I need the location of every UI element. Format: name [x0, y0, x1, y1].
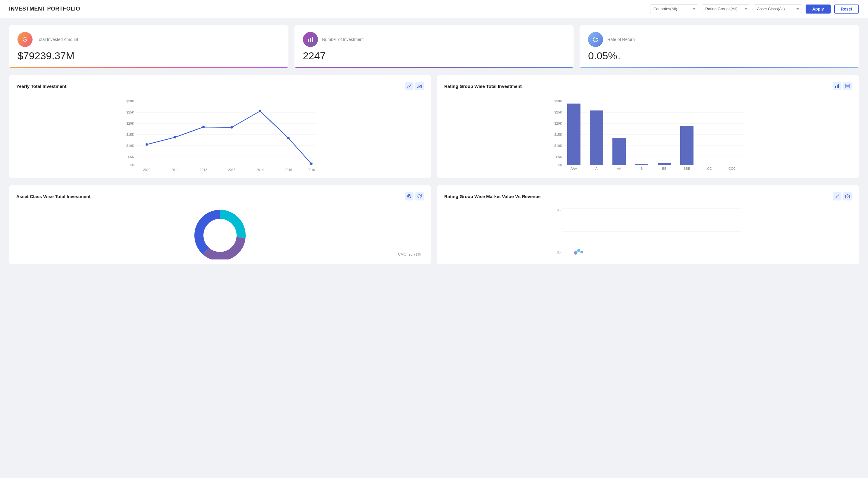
kpi-header-3: Rate of Return — [588, 32, 850, 47]
rating-chart-title: Rating Group Wise Total Investment — [444, 84, 522, 89]
svg-text:AAA: AAA — [570, 167, 578, 170]
cmo-label: CMO: 26.71% — [398, 252, 421, 257]
rating-chart-icons — [833, 82, 852, 90]
svg-text:AA: AA — [617, 167, 621, 170]
svg-text:$0: $0 — [558, 163, 562, 167]
kpi-label-1: Total Invested Amount — [37, 37, 79, 42]
scatter-chart-area: $5 $0 — [444, 205, 852, 260]
svg-text:$20K: $20K — [554, 122, 562, 125]
svg-point-70 — [847, 196, 848, 198]
svg-rect-69 — [845, 195, 849, 198]
market-chart-header: Rating Group Wise Market Value Vs Revenu… — [444, 192, 852, 201]
rating-groups-filter[interactable]: Rating Groups(All) — [702, 4, 750, 13]
bar-chart-container: $30K $25K $20K $15K $10K $5K $0 AAA — [444, 95, 852, 173]
market-chart-title: Rating Group Wise Market Value Vs Revenu… — [444, 194, 541, 199]
svg-text:2014: 2014 — [256, 168, 264, 172]
svg-text:$15K: $15K — [126, 133, 134, 136]
kpi-bar-2 — [294, 67, 574, 68]
yearly-chart-title: Yearly Total Investment — [16, 84, 66, 89]
svg-text:$5K: $5K — [128, 155, 134, 159]
svg-text:$25K: $25K — [554, 110, 562, 114]
svg-text:2011: 2011 — [172, 168, 179, 172]
kpi-bar-3 — [580, 67, 859, 68]
svg-point-25 — [174, 136, 176, 138]
header-filters: Countries(All) Rating Groups(All) Asset … — [650, 4, 859, 13]
countries-filter[interactable]: Countries(All) — [650, 4, 698, 13]
apply-button[interactable]: Apply — [806, 4, 831, 13]
svg-text:BB: BB — [662, 167, 667, 170]
rating-chart-header: Rating Group Wise Total Investment — [444, 82, 852, 90]
svg-text:$5: $5 — [557, 208, 561, 212]
kpi-label-2: Number of Investment — [322, 37, 364, 42]
kpi-total-invested: $ Total Invested Amount $79239.37M — [9, 25, 288, 68]
asset-chart-title: Asset Class Wise Total Investment — [16, 194, 90, 199]
svg-point-67 — [838, 195, 839, 196]
svg-point-30 — [310, 163, 313, 165]
market-value-panel: Rating Group Wise Market Value Vs Revenu… — [437, 185, 859, 264]
bar-view-toggle[interactable] — [833, 82, 841, 90]
refresh-view-toggle[interactable] — [415, 192, 424, 201]
svg-point-28 — [259, 110, 261, 112]
svg-rect-33 — [838, 84, 839, 88]
bar-CC — [703, 165, 716, 165]
svg-text:2015: 2015 — [285, 168, 292, 172]
kpi-value-3: 0.05%↓ — [588, 50, 850, 62]
svg-text:$30K: $30K — [126, 99, 134, 103]
svg-text:$20K: $20K — [126, 122, 134, 125]
svg-rect-35 — [845, 86, 849, 87]
svg-point-59 — [407, 195, 411, 198]
svg-text:B: B — [641, 167, 643, 170]
svg-text:2012: 2012 — [200, 168, 207, 172]
svg-rect-2 — [312, 37, 313, 42]
kpi-value-2: 2247 — [303, 50, 565, 62]
camera-view-toggle[interactable] — [843, 192, 852, 201]
donut-view-toggle[interactable] — [405, 192, 413, 201]
scatter-chart-svg: $5 $0 — [444, 205, 852, 260]
svg-text:$15K: $15K — [554, 133, 562, 136]
kpi-header-2: Number of Investment — [303, 32, 565, 47]
rating-bar-panel: Rating Group Wise Total Investment — [437, 75, 859, 178]
svg-point-68 — [836, 197, 837, 198]
svg-point-27 — [230, 126, 233, 129]
svg-text:2013: 2013 — [228, 168, 236, 172]
bar-BB — [658, 163, 671, 165]
svg-rect-0 — [308, 39, 309, 42]
line-chart-svg: $30K $25K $20K $15K $10K $5K $0 2010 201… — [16, 95, 424, 173]
svg-point-77 — [574, 251, 578, 254]
svg-point-79 — [581, 251, 583, 253]
svg-point-26 — [202, 126, 205, 128]
bar-BBB — [680, 126, 693, 165]
bar-A — [590, 110, 603, 165]
market-chart-icons — [833, 192, 852, 201]
svg-point-78 — [577, 249, 580, 252]
main-content: $ Total Invested Amount $79239.37M Numbe… — [0, 18, 868, 272]
svg-point-60 — [408, 195, 410, 197]
svg-rect-34 — [845, 84, 849, 85]
svg-rect-31 — [835, 86, 836, 88]
svg-text:$5K: $5K — [556, 155, 562, 159]
line-chart-toggle[interactable] — [405, 82, 413, 90]
area-chart-toggle[interactable] — [415, 82, 424, 90]
svg-text:CC: CC — [707, 167, 712, 170]
svg-text:2010: 2010 — [143, 168, 150, 172]
svg-text:$25K: $25K — [126, 110, 134, 114]
reset-button[interactable]: Reset — [834, 4, 859, 13]
dollar-icon: $ — [18, 32, 33, 47]
down-arrow-icon: ↓ — [617, 53, 621, 61]
refresh-icon — [588, 32, 603, 47]
svg-rect-1 — [310, 38, 311, 42]
scatter-view-toggle[interactable] — [833, 192, 841, 201]
asset-chart-header: Asset Class Wise Total Investment — [16, 192, 424, 201]
asset-class-panel: Asset Class Wise Total Investment — [9, 185, 431, 264]
svg-rect-36 — [845, 87, 849, 88]
svg-rect-32 — [837, 85, 838, 88]
asset-chart-icons — [405, 192, 424, 201]
bar-CCC — [725, 165, 739, 165]
bar-B — [635, 164, 648, 165]
table-view-toggle[interactable] — [843, 82, 852, 90]
kpi-rate-return: Rate of Return 0.05%↓ — [580, 25, 859, 68]
yearly-chart-icons — [405, 82, 424, 90]
bar-chart-icon — [303, 32, 318, 47]
asset-class-filter[interactable]: Asset Class(All) — [754, 4, 802, 13]
svg-text:$0: $0 — [557, 250, 561, 254]
